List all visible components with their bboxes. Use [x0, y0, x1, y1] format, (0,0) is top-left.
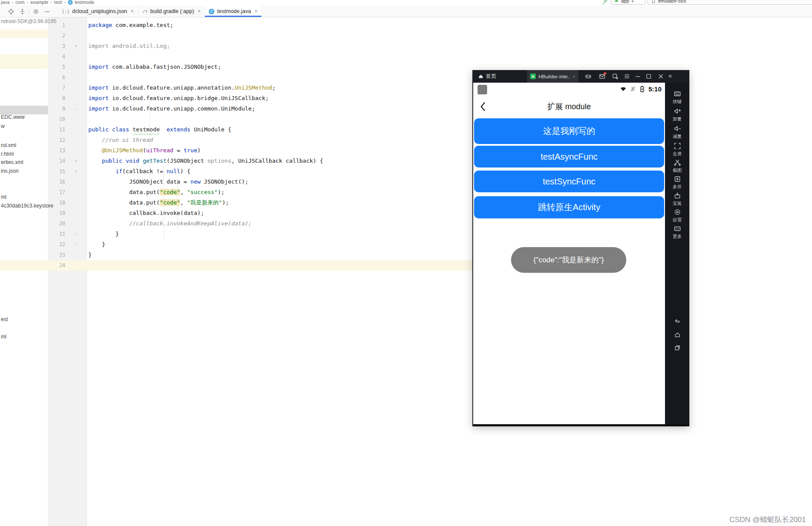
android-nav-recents-button[interactable] [665, 345, 689, 351]
toolbar-volume-down-button[interactable]: 减量 [665, 125, 689, 140]
tree-item[interactable]: 4c30dab19c3.keystore [1, 203, 53, 209]
volume-up-icon [674, 107, 681, 115]
toolbar-more-button[interactable]: 更多 [665, 225, 689, 240]
toast-message: {"code":"我是新来的"} [511, 247, 626, 273]
breadcrumb-item[interactable]: example [30, 0, 49, 5]
code-text: if(callback != null) { [87, 166, 190, 177]
home-icon [478, 74, 484, 79]
close-icon[interactable]: × [254, 8, 257, 14]
mail-icon[interactable] [599, 73, 605, 80]
menu-icon[interactable] [624, 73, 630, 80]
emulator-app-tab[interactable]: H HBuilder-Inte... × [527, 70, 578, 83]
tab-dcloud-uniplugins-json[interactable]: {;} dcloud_uniplugins.json × [58, 6, 138, 17]
expand-collapse-icon[interactable] [17, 6, 28, 17]
toolbar-screenshot-button[interactable]: 截图 [665, 159, 689, 174]
locate-target-icon[interactable] [5, 6, 17, 17]
code-text: import io.dcloud.feature.uniapp.annotati… [87, 83, 275, 93]
android-nav-home-button[interactable] [665, 332, 689, 338]
phone-screen[interactable]: 5:10 扩展 module 这是我刚写的testAsyncFunctestSy… [473, 83, 665, 424]
toolbar-multi-window-button[interactable]: 多开 [665, 175, 689, 190]
fold-marker-icon[interactable]: ⌂ [65, 239, 87, 250]
breadcrumb-item[interactable]: test [54, 0, 62, 5]
code-editor[interactable]: 1package com.example.test;23▾import andr… [48, 17, 472, 526]
line-number: 16 [48, 177, 65, 187]
tree-item[interactable]: ml [1, 334, 7, 340]
toolbar-fullscreen-button[interactable]: 全屏 [665, 142, 689, 157]
fold-marker-icon[interactable]: ⌂ [65, 229, 87, 239]
toolbar-install-apk-button[interactable]: 安装 [665, 192, 689, 207]
emulator-title-bar[interactable]: 首页 H HBuilder-Inte... × « [473, 70, 689, 83]
collapse-sidebar-icon[interactable]: « [668, 72, 672, 79]
tab-testmode-java[interactable]: C testmode.java × [205, 6, 262, 17]
code-line: 22⌂ } [48, 239, 472, 250]
fold-gutter [65, 177, 87, 187]
line-number: 5 [48, 62, 65, 72]
line-number: 20 [48, 218, 65, 229]
close-icon[interactable] [658, 73, 664, 80]
run-configuration-select[interactable]: app ▼ [611, 0, 645, 5]
android-nav-back-button[interactable] [665, 318, 689, 325]
code-text: public class testmode extends UniModule … [87, 124, 231, 135]
project-tree-panel[interactable]: ndroid-SDK@3.96.8195EDC.wwwwrol.xmlr.htm… [0, 17, 48, 526]
editor-tab-bar: {;} dcloud_uniplugins.json × build.gradl… [0, 6, 812, 17]
close-icon[interactable]: × [131, 8, 134, 14]
code-text: callback.invoke(data); [87, 208, 204, 218]
tree-item[interactable]: rol.xml [1, 142, 16, 148]
editor-settings-gear-icon[interactable] [30, 6, 41, 17]
fold-gutter [65, 250, 87, 260]
line-number: 22 [48, 239, 65, 250]
toolbar-label: 加量 [673, 116, 682, 122]
tab-build-gradle[interactable]: build.gradle (:app) × [138, 6, 205, 17]
code-line: 10 [48, 114, 472, 124]
hide-panel-icon[interactable] [41, 6, 53, 17]
code-text: //callback.invokeAndKeepAlive(data); [87, 218, 252, 229]
close-icon[interactable]: × [573, 74, 575, 79]
fold-marker-icon[interactable]: ⌂ [65, 104, 87, 114]
maximize-icon[interactable] [645, 73, 652, 80]
toolbar-label: 全屏 [673, 151, 682, 157]
device-label: emulator-555 [658, 0, 686, 3]
code-line: 12 //run ui thread [48, 135, 472, 145]
app-button-1[interactable]: 这是我刚写的 [474, 118, 664, 144]
screen-share-icon[interactable] [612, 73, 618, 80]
code-line: 5import com.alibaba.fastjson.JSONObject; [48, 62, 472, 72]
gamepad-icon[interactable] [585, 73, 591, 80]
toolbar-keyboard-button[interactable]: 按键 [665, 90, 689, 105]
toolbar-volume-up-button[interactable]: 加量 [665, 107, 689, 122]
fold-marker-icon[interactable]: ▾ [65, 166, 87, 177]
tree-highlighted-row [0, 30, 48, 38]
app-button-2[interactable]: testAsyncFunc [474, 146, 664, 168]
wifi-icon [620, 86, 627, 92]
tree-item[interactable]: erties.xml [1, 159, 23, 165]
fullscreen-icon [674, 142, 681, 150]
close-icon[interactable]: × [197, 8, 200, 14]
code-line: 6 [48, 72, 472, 83]
breadcrumb-item[interactable]: java [1, 0, 10, 5]
tree-item[interactable]: ml [1, 194, 7, 200]
code-line: 16 JSONObject data = new JSONObject(); [48, 177, 472, 187]
app-button-3[interactable]: testSyncFunc [474, 171, 664, 192]
code-text: import android.util.Log; [87, 41, 170, 51]
tree-item[interactable]: EDC.www [1, 114, 25, 120]
tree-item[interactable]: est [1, 316, 8, 322]
line-number: 19 [48, 208, 65, 218]
build-hammer-icon[interactable] [601, 0, 608, 5]
toolbar-settings-button[interactable]: 设置 [665, 208, 689, 223]
breadcrumb-separator-icon: › [12, 0, 13, 5]
emulator-home-tab[interactable]: 首页 [478, 70, 496, 83]
line-number: 15 [48, 166, 65, 177]
chevron-down-icon: ▼ [631, 0, 634, 3]
tree-item[interactable]: r.html [1, 151, 13, 157]
minimize-icon[interactable] [635, 73, 641, 80]
device-select[interactable]: emulator-555 [648, 0, 812, 5]
app-button-4[interactable]: 跳转原生Activity [474, 196, 664, 218]
tree-item[interactable]: ins.json [1, 168, 19, 174]
toolbar-label: 截图 [673, 168, 682, 174]
breadcrumb-item[interactable]: com [16, 0, 25, 5]
breadcrumb-item[interactable]: testmode [75, 0, 94, 5]
tree-item[interactable]: w [1, 123, 5, 129]
line-number: 6 [48, 72, 65, 83]
fold-marker-icon[interactable]: ▾ [65, 156, 87, 166]
code-text: import com.alibaba.fastjson.JSONObject; [87, 62, 221, 72]
fold-marker-icon[interactable]: ▾ [65, 41, 87, 51]
